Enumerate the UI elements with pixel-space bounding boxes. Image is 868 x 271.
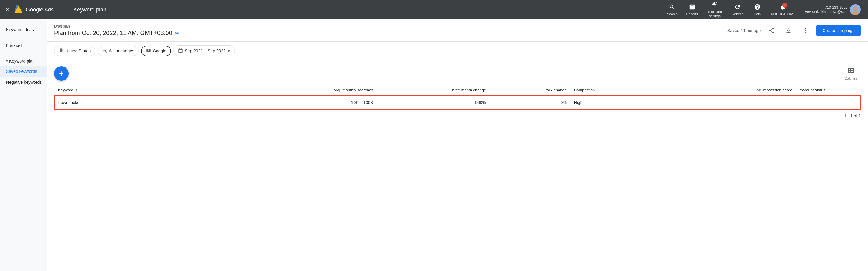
share-button[interactable] [766, 25, 778, 37]
sidebar-divider-2 [0, 54, 46, 54]
cell-competition: High [570, 96, 683, 110]
date-chevron-icon: ▾ [227, 48, 230, 54]
sidebar-item-forecast[interactable]: Forecast [0, 40, 46, 51]
table-header: Keyword ↑ Avg. monthly searches Three mo… [54, 84, 861, 96]
reports-nav-button[interactable]: Reports [682, 2, 702, 18]
add-keyword-button[interactable]: + [54, 66, 69, 81]
tools-nav-button[interactable]: Tools andsettings [703, 0, 727, 20]
plan-title: Plan from Oct 20, 2022, 11 AM, GMT+03:00… [54, 30, 179, 37]
pagination-label: 1 - 1 of 1 [844, 113, 861, 118]
sidebar-item-keyword-ideas-label: Keyword ideas [6, 27, 34, 32]
main-content: Draft plan Plan from Oct 20, 2022, 11 AM… [47, 19, 868, 271]
search-nav-button[interactable]: Search [663, 2, 681, 18]
keywords-table: Keyword ↑ Avg. monthly searches Three mo… [54, 84, 861, 110]
keyword-header-label: Keyword [58, 88, 73, 92]
date-filter[interactable]: Sep 2021 – Sep 2022 ▾ [174, 46, 235, 56]
calendar-icon [178, 48, 183, 54]
draft-label: Draft plan [54, 24, 179, 28]
page-title: Keyword plan [73, 7, 106, 13]
logo-icon [13, 5, 23, 14]
header-row: Keyword ↑ Avg. monthly searches Three mo… [54, 84, 861, 96]
col-header-competition[interactable]: Competition [570, 84, 683, 96]
help-icon [754, 4, 761, 11]
competition-header-label: Competition [574, 88, 595, 92]
more-options-button[interactable] [799, 25, 811, 37]
plan-title-text: Plan from Oct 20, 2022, 11 AM, GMT+03:00 [54, 30, 172, 37]
notifications-label: NOTIFICATIONS [771, 12, 794, 16]
refresh-nav-label: Refresh [732, 12, 743, 16]
language-icon [102, 48, 107, 54]
filters-bar: United States All languages Google Sep 2… [47, 42, 868, 60]
notification-badge: 1 [782, 3, 787, 7]
cell-avg-monthly: 10K – 100K [232, 96, 377, 110]
pagination: 1 - 1 of 1 [54, 110, 861, 122]
reports-nav-label: Reports [686, 12, 698, 16]
svg-point-2 [853, 6, 858, 11]
location-icon [59, 48, 63, 54]
saved-label: Saved 1 hour ago [727, 28, 761, 33]
sidebar-item-saved-keywords[interactable]: Saved keywords [0, 66, 46, 77]
chevron-down-icon: ▾ [6, 59, 8, 63]
notifications-button[interactable]: 1 NOTIFICATIONS [768, 2, 798, 18]
cell-three-month: +900% [377, 96, 490, 110]
search-icon [669, 4, 676, 11]
language-filter[interactable]: All languages [98, 46, 139, 56]
location-filter[interactable]: United States [54, 46, 95, 56]
sidebar-item-keyword-ideas[interactable]: Keyword ideas [0, 24, 46, 35]
user-profile[interactable]: 710-133-1652 yevheniia.khromova@serankin… [803, 3, 863, 16]
keywords-table-wrapper: Keyword ↑ Avg. monthly searches Three mo… [54, 84, 861, 110]
col-header-avg-monthly[interactable]: Avg. monthly searches [232, 84, 377, 96]
tools-nav-label: Tools andsettings [708, 10, 722, 19]
network-icon [146, 48, 151, 54]
tools-icon [711, 1, 718, 9]
cell-account-status [796, 96, 861, 110]
sidebar-item-keyword-plan[interactable]: ▾ Keyword plan [0, 56, 46, 66]
sort-asc-icon: ↑ [75, 87, 78, 92]
col-header-yoy[interactable]: YoY change [490, 84, 570, 96]
col-header-account-status[interactable]: Account status [796, 84, 861, 96]
reports-icon [689, 4, 695, 11]
refresh-icon [734, 4, 741, 11]
col-header-ad-impression[interactable]: Ad impression share [683, 84, 796, 96]
columns-icon [847, 67, 855, 76]
yoy-header-label: YoY change [546, 88, 566, 92]
avatar [850, 4, 861, 15]
table-area: + Columns Keyword ↑ [47, 60, 868, 271]
sidebar-item-negative-keywords[interactable]: Negative keywords [0, 77, 46, 88]
nav-actions: Search Reports Tools andsettings Refresh [663, 0, 798, 20]
svg-point-3 [851, 11, 860, 15]
avg-monthly-header-label: Avg. monthly searches [334, 88, 373, 92]
user-email: yevheniia.khromova@serankin... [805, 10, 847, 14]
create-campaign-button[interactable]: Create campaign [816, 25, 861, 36]
plus-icon: + [59, 69, 64, 78]
language-label: All languages [109, 49, 134, 53]
download-button[interactable] [782, 25, 795, 37]
cell-ad-impression: – [683, 96, 796, 110]
account-status-header-label: Account status [800, 88, 826, 92]
table-row[interactable]: down jacket 10K – 100K +900% 0% High – [54, 96, 861, 110]
help-nav-button[interactable]: Help [748, 2, 767, 18]
user-phone: 710-133-1652 [825, 5, 847, 10]
add-btn-row: + Columns [54, 60, 861, 84]
date-range-label: Sep 2021 – Sep 2022 [185, 49, 225, 53]
columns-button[interactable]: Columns [842, 65, 861, 82]
main-layout: Keyword ideas Forecast ▾ Keyword plan Sa… [0, 19, 868, 271]
plan-header: Draft plan Plan from Oct 20, 2022, 11 AM… [47, 19, 868, 42]
brand-name: Google Ads [26, 7, 54, 13]
col-header-three-month[interactable]: Three month change [377, 84, 490, 96]
refresh-nav-button[interactable]: Refresh [728, 2, 747, 18]
sidebar-item-negative-keywords-label: Negative keywords [6, 80, 42, 85]
network-filter[interactable]: Google [141, 46, 171, 56]
sidebar-item-forecast-label: Forecast [6, 43, 22, 48]
plan-header-right: Saved 1 hour ago Create campaign [727, 25, 861, 37]
edit-icon[interactable]: ✏ [175, 30, 179, 37]
close-icon[interactable]: ✕ [5, 6, 10, 13]
sidebar: Keyword ideas Forecast ▾ Keyword plan Sa… [0, 19, 47, 271]
search-nav-label: Search [667, 12, 678, 16]
table-body: down jacket 10K – 100K +900% 0% High – [54, 96, 861, 110]
cell-keyword: down jacket [54, 96, 232, 110]
notifications-icon: 1 [779, 4, 786, 12]
plan-title-section: Draft plan Plan from Oct 20, 2022, 11 AM… [54, 24, 179, 37]
ad-impression-header-label: Ad impression share [756, 88, 793, 92]
col-header-keyword[interactable]: Keyword ↑ [54, 84, 232, 96]
